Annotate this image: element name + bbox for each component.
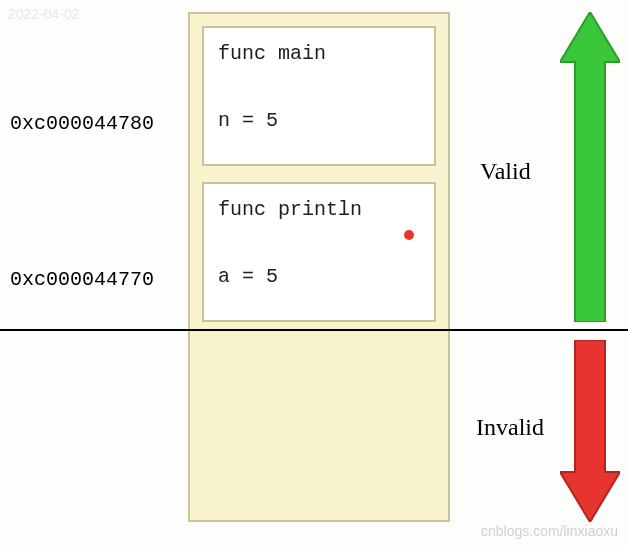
- watermark-top-left: 2022-04-02: [8, 6, 80, 22]
- red-dot-marker: [404, 230, 414, 240]
- watermark-bottom-right: cnblogs.com/linxiaoxu: [481, 523, 618, 539]
- stack-frame-println: func println a = 5: [202, 182, 436, 322]
- valid-label: Valid: [480, 158, 531, 185]
- stack-frame-main: func main n = 5: [202, 26, 436, 166]
- address-label-2: 0xc000044770: [10, 268, 154, 291]
- invalid-label: Invalid: [476, 414, 544, 441]
- frame-main-value: n = 5: [218, 109, 420, 132]
- red-down-arrow-icon: [560, 340, 620, 522]
- frame-println-value: a = 5: [218, 265, 420, 288]
- frame-main-title: func main: [218, 42, 420, 65]
- stack-container: func main n = 5 func println a = 5: [188, 12, 450, 522]
- address-label-1: 0xc000044780: [10, 112, 154, 135]
- divider-line: [0, 329, 628, 331]
- svg-marker-0: [560, 12, 620, 322]
- frame-println-title: func println: [218, 198, 420, 221]
- svg-marker-1: [560, 340, 620, 522]
- green-up-arrow-icon: [560, 12, 620, 322]
